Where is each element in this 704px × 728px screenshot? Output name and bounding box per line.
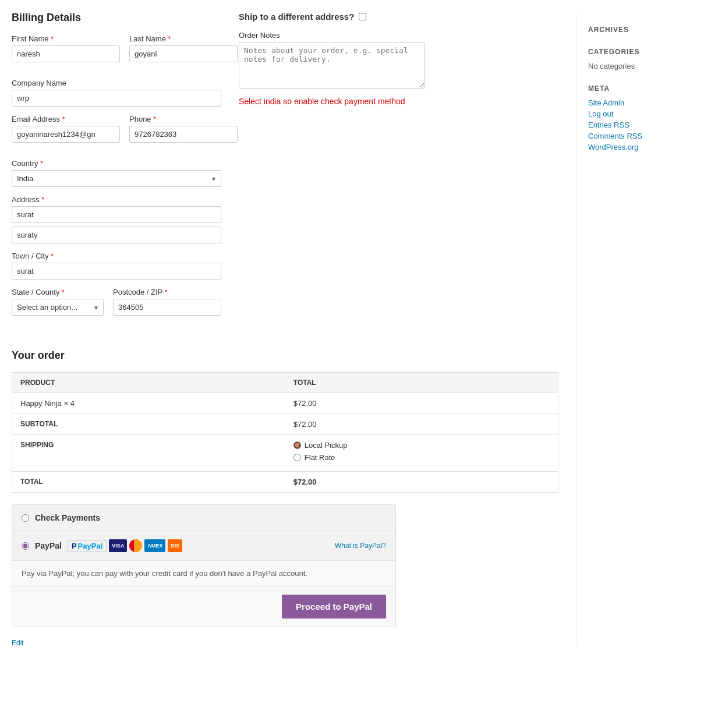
paypal-description: Pay via PayPal; you can pay with your cr… [12, 561, 395, 586]
meta-heading: META [588, 84, 692, 93]
last-name-label: Last Name * [129, 34, 238, 43]
wordpress-org-link[interactable]: WordPress.org [588, 143, 692, 151]
sidebar: ARCHIVES CATEGORIES No categories META S… [576, 12, 692, 647]
total-row: TOTAL $72.00 [12, 472, 558, 493]
comments-rss-link[interactable]: Comments RSS [588, 132, 692, 140]
first-name-input[interactable] [12, 45, 120, 62]
ship-different-checkbox[interactable] [359, 13, 366, 20]
ship-different-label: Ship to a different address? [239, 12, 354, 22]
visa-icon: VISA [109, 539, 127, 552]
country-label: Country * [12, 159, 221, 168]
order-notes-label: Order Notes [239, 31, 425, 40]
no-categories-text: No categories [588, 62, 692, 70]
paypal-logos: P PayPal VISA AMEX DIS [68, 539, 182, 552]
email-label: Email Address * [12, 115, 120, 123]
company-label: Company Name [12, 79, 221, 87]
company-input[interactable] [12, 90, 221, 107]
total-value: $72.00 [285, 472, 558, 493]
table-row: Happy Ninja × 4 $72.00 [12, 393, 558, 414]
paypal-radio[interactable] [22, 542, 29, 550]
phone-label: Phone * [129, 115, 238, 123]
order-table: PRODUCT TOTAL Happy Ninja × 4 $72.00 SUB… [12, 372, 558, 493]
address1-input[interactable] [12, 206, 221, 223]
phone-input[interactable] [129, 126, 238, 143]
last-name-input[interactable] [129, 45, 238, 62]
archives-heading: ARCHIVES [588, 26, 692, 34]
subtotal-label: SUBTOTAL [12, 414, 285, 435]
first-name-label: First Name * [12, 34, 120, 43]
paypal-label: PayPal [35, 541, 62, 550]
address-label: Address * [12, 195, 221, 204]
what-is-paypal-link[interactable]: What is PayPal? [335, 542, 386, 550]
entries-rss-link[interactable]: Entries RSS [588, 121, 692, 129]
check-payment-option[interactable]: Check Payments [12, 505, 395, 531]
categories-heading: CATEGORIES [588, 48, 692, 56]
amex-icon: AMEX [144, 539, 165, 552]
discover-icon: DIS [168, 539, 182, 552]
paypal-option[interactable]: PayPal P PayPal VISA AMEX DIS What is Pa… [12, 531, 395, 561]
india-notice: Select india so enable check payment met… [239, 97, 425, 106]
state-select[interactable]: Select an option... Gujarat Maharashtra [12, 299, 104, 316]
shipping-label: SHIPPING [12, 435, 285, 472]
total-label: TOTAL [12, 472, 285, 493]
product-total-cell: $72.00 [285, 393, 558, 414]
country-select[interactable]: India United States United Kingdom [12, 170, 221, 187]
proceed-to-paypal-button[interactable]: Proceed to PayPal [282, 595, 386, 619]
shipping-options-cell: Local Pickup Flat Rate [285, 435, 558, 472]
flat-rate-radio[interactable] [293, 454, 301, 461]
postcode-input[interactable] [113, 299, 221, 316]
order-notes-textarea[interactable] [239, 42, 425, 89]
col-total: TOTAL [285, 373, 558, 393]
log-out-link[interactable]: Log out [588, 109, 692, 118]
email-input[interactable] [12, 126, 120, 143]
subtotal-value: $72.00 [285, 414, 558, 435]
state-label: State / County * [12, 288, 104, 296]
billing-title: Billing Details [12, 12, 221, 24]
check-payment-label: Check Payments [35, 513, 100, 522]
city-label: Town / City * [12, 252, 221, 260]
flat-rate-label: Flat Rate [305, 453, 335, 462]
local-pickup-radio[interactable] [293, 441, 301, 449]
product-name-cell: Happy Ninja × 4 [12, 393, 285, 414]
paypal-p-icon: P [72, 542, 77, 550]
shipping-row: SHIPPING Local Pickup Flat Rate [12, 435, 558, 472]
your-order-title: Your order [12, 349, 558, 362]
col-product: PRODUCT [12, 373, 285, 393]
mastercard-icon [129, 539, 142, 552]
paypal-text-icon: PayPal [78, 542, 103, 550]
site-admin-link[interactable]: Site Admin [588, 98, 692, 107]
subtotal-row: SUBTOTAL $72.00 [12, 414, 558, 435]
postcode-label: Postcode / ZIP * [113, 288, 221, 296]
edit-link[interactable]: Edit [12, 639, 24, 647]
check-payment-radio[interactable] [22, 514, 29, 522]
payment-section: Check Payments PayPal P PayPal VISA AMEX [12, 504, 396, 627]
address2-input[interactable] [12, 227, 221, 243]
city-input[interactable] [12, 263, 221, 280]
proceed-btn-row: Proceed to PayPal [12, 586, 395, 627]
local-pickup-label: Local Pickup [305, 441, 348, 450]
